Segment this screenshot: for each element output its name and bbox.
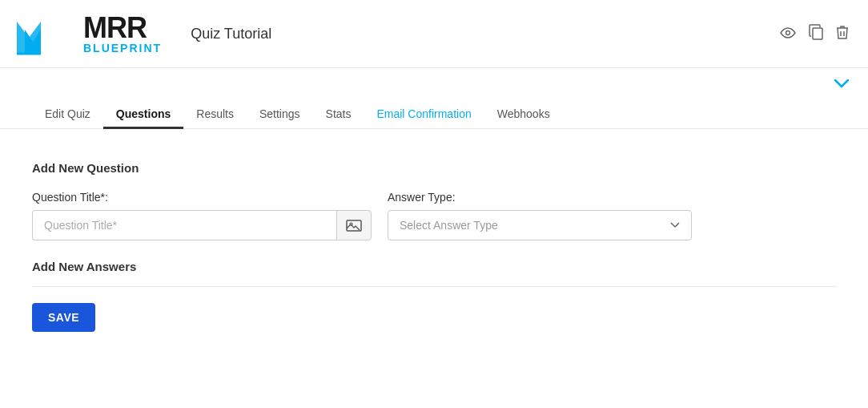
svg-rect-4 — [813, 28, 822, 39]
nav-tabs: Edit Quiz Questions Results Settings Sta… — [0, 99, 868, 129]
question-title-input[interactable] — [32, 210, 336, 240]
tab-stats[interactable]: Stats — [313, 99, 364, 128]
chevron-row — [0, 68, 868, 99]
main-content: Add New Question Question Title*: Answer… — [0, 145, 868, 348]
svg-point-3 — [786, 30, 790, 34]
image-upload-button[interactable] — [336, 210, 372, 240]
tab-results[interactable]: Results — [183, 99, 247, 128]
answers-section: Add New Answers — [32, 260, 836, 287]
tab-questions[interactable]: Questions — [103, 99, 183, 128]
answer-type-group: Answer Type: Select Answer Type Single C… — [388, 191, 692, 240]
logo-blueprint: BLUEPRINT — [83, 42, 162, 54]
logo-mrr: MRR — [83, 14, 162, 42]
tab-webhooks[interactable]: Webhooks — [484, 99, 563, 128]
header-icons — [780, 24, 849, 44]
logo-icon — [13, 10, 77, 58]
trash-icon[interactable] — [836, 24, 849, 44]
question-input-wrapper — [32, 210, 372, 240]
question-title-group: Question Title*: — [32, 191, 372, 240]
add-answers-title: Add New Answers — [32, 260, 836, 273]
tab-edit-quiz[interactable]: Edit Quiz — [32, 99, 103, 128]
header: MRR BLUEPRINT Quiz Tutorial — [0, 0, 868, 68]
question-title-label: Question Title*: — [32, 191, 372, 204]
copy-icon[interactable] — [809, 24, 823, 44]
answer-type-select[interactable]: Select Answer Type Single Choice Multipl… — [388, 210, 692, 240]
chevron-down-icon[interactable] — [834, 75, 849, 93]
page-title: Quiz Tutorial — [191, 26, 271, 42]
logo-container: MRR BLUEPRINT — [13, 10, 162, 58]
answer-type-label: Answer Type: — [388, 191, 692, 204]
add-question-title: Add New Question — [32, 161, 836, 175]
tab-settings[interactable]: Settings — [247, 99, 313, 128]
question-form-row: Question Title*: Answer Type: Select Ans… — [32, 191, 836, 240]
tab-email-confirmation[interactable]: Email Confirmation — [364, 99, 484, 128]
save-button[interactable]: SAVE — [32, 303, 95, 332]
answers-divider — [32, 286, 836, 287]
header-left: MRR BLUEPRINT Quiz Tutorial — [13, 10, 271, 58]
eye-icon[interactable] — [780, 26, 796, 42]
logo-text: MRR BLUEPRINT — [83, 14, 162, 54]
